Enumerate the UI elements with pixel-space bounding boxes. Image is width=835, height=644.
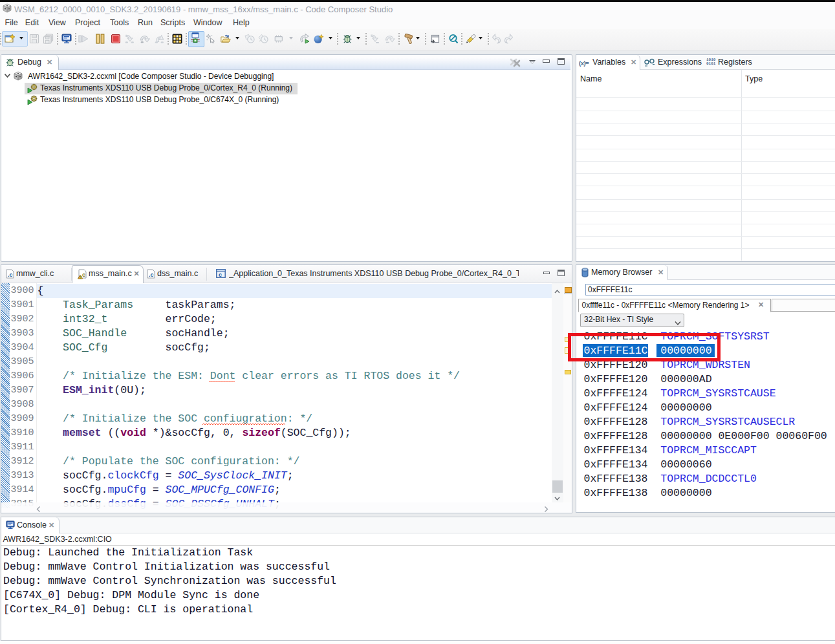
svg-text:.c: .c [8, 272, 13, 278]
svg-text:c: c [219, 272, 222, 278]
svg-text:.c: .c [149, 272, 154, 278]
